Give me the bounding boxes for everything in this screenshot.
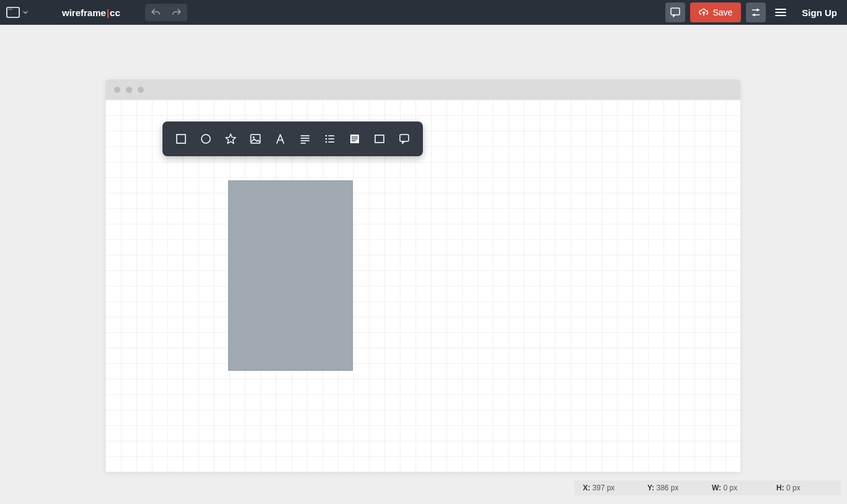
tool-list[interactable] (317, 126, 342, 151)
browser-window-icon (6, 7, 20, 18)
menu-icon (774, 7, 787, 17)
status-h-label: H: (776, 484, 784, 492)
speech-bubble-icon (670, 7, 681, 18)
settings-button[interactable] (746, 2, 766, 22)
circle-icon (199, 132, 213, 146)
drawn-rectangle[interactable] (228, 180, 353, 371)
svg-point-2 (10, 9, 11, 9)
window-dot-close (114, 87, 120, 93)
status-y: Y: 386 px (647, 484, 712, 492)
redo-icon (172, 8, 182, 17)
save-button[interactable]: Save (690, 2, 741, 22)
device-selector[interactable] (6, 7, 29, 18)
tool-rectangle[interactable] (169, 126, 193, 151)
text-icon (273, 132, 287, 146)
svg-rect-12 (177, 135, 185, 143)
redo-button[interactable] (166, 4, 187, 21)
svg-rect-4 (671, 8, 680, 15)
cloud-upload-icon (699, 8, 709, 17)
list-icon (323, 132, 337, 146)
comment-icon (397, 132, 411, 146)
window-dot-minimize (126, 87, 132, 93)
tool-circle[interactable] (193, 126, 218, 151)
svg-point-22 (326, 138, 327, 140)
signup-link[interactable]: Sign Up (802, 7, 837, 18)
status-y-value: 386 px (656, 484, 678, 492)
window-titlebar (105, 79, 740, 100)
tool-frame[interactable] (367, 126, 392, 151)
window-dot-maximize (138, 87, 144, 93)
rectangle-icon (174, 132, 188, 146)
undo-icon (151, 8, 161, 17)
tool-image[interactable] (243, 126, 268, 151)
sliders-icon (750, 7, 761, 18)
tool-form[interactable] (342, 126, 367, 151)
tool-comment[interactable] (392, 126, 417, 151)
tool-text[interactable] (268, 126, 293, 151)
status-w-value: 0 px (723, 484, 737, 492)
hamburger-menu-button[interactable] (771, 2, 791, 22)
svg-point-13 (202, 135, 210, 143)
frame-icon (373, 132, 386, 146)
tool-star[interactable] (218, 126, 243, 151)
undo-redo-group (145, 4, 187, 21)
paragraph-icon (298, 132, 312, 146)
tool-paragraph[interactable] (293, 126, 317, 151)
status-h-value: 0 px (786, 484, 800, 492)
svg-point-1 (9, 9, 9, 9)
svg-rect-8 (753, 14, 755, 16)
shape-toolbar (162, 122, 423, 156)
status-x-value: 397 px (592, 484, 614, 492)
svg-point-20 (326, 135, 327, 137)
status-x-label: X: (583, 484, 590, 492)
status-y-label: Y: (647, 484, 654, 492)
status-w: W: 0 px (712, 484, 776, 492)
svg-point-3 (11, 9, 12, 9)
annotate-button[interactable] (665, 2, 685, 22)
svg-rect-30 (375, 135, 384, 143)
svg-rect-14 (251, 135, 260, 143)
status-bar: X: 397 px Y: 386 px W: 0 px H: 0 px (574, 480, 841, 495)
app-logo[interactable]: wireframe|cc (62, 7, 120, 18)
form-icon (348, 132, 361, 146)
status-h: H: 0 px (776, 484, 841, 492)
svg-point-15 (253, 136, 255, 138)
status-x: X: 397 px (583, 484, 647, 492)
image-icon (249, 132, 262, 146)
svg-point-24 (326, 141, 327, 143)
save-label: Save (712, 7, 732, 17)
top-bar: wireframe|cc Save (0, 0, 847, 25)
svg-rect-7 (756, 9, 758, 11)
logo-text-a: wireframe (62, 7, 106, 18)
status-w-label: W: (712, 484, 721, 492)
star-icon (224, 132, 237, 146)
svg-rect-31 (400, 135, 409, 141)
chevron-down-icon (22, 9, 29, 15)
undo-button[interactable] (145, 4, 166, 21)
logo-text-b: cc (110, 7, 120, 18)
